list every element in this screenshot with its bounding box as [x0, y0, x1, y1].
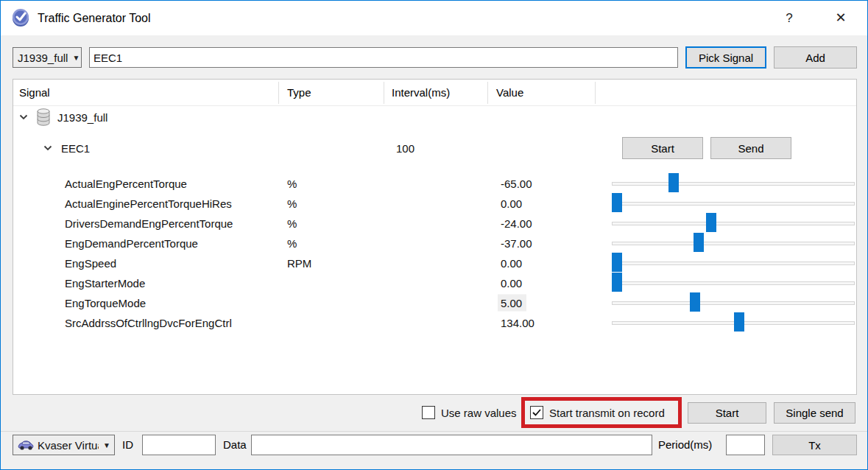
check-icon — [532, 407, 542, 418]
signal-value[interactable]: -65.00 — [501, 177, 532, 189]
signal-slider-handle[interactable] — [612, 193, 622, 212]
device-combo-value: Kvaser Virtua — [38, 439, 99, 452]
message-name: EEC1 — [61, 142, 90, 155]
caret-down-icon: ▼ — [99, 441, 110, 449]
tree-row-database[interactable]: J1939_full — [13, 105, 856, 130]
signal-slider-track[interactable] — [612, 281, 855, 285]
id-input[interactable] — [142, 435, 216, 455]
column-separator — [595, 82, 596, 104]
signal-value[interactable]: 5.00 — [498, 294, 526, 311]
use-raw-values-checkbox[interactable] — [422, 406, 435, 419]
message-interval[interactable]: 100 — [396, 142, 414, 155]
caret-down-icon: ▼ — [68, 54, 80, 62]
column-separator — [278, 82, 279, 104]
signal-slider-handle[interactable] — [668, 173, 679, 192]
signal-table: Signal Type Interval(ms) Value J1939_ful… — [13, 79, 857, 395]
database-combo[interactable]: J1939_full ▼ — [13, 47, 82, 68]
signal-name: SrcAddrssOfCtrllngDvcForEngCtrl — [65, 316, 232, 329]
column-separator — [487, 82, 488, 104]
chevron-down-icon[interactable] — [43, 143, 53, 153]
signal-slider-track[interactable] — [612, 202, 855, 206]
signal-name: ActualEnginePercentTorqueHiRes — [65, 197, 232, 209]
column-separator — [384, 82, 384, 104]
signal-slider-handle[interactable] — [694, 233, 704, 252]
message-start-button[interactable]: Start — [622, 137, 703, 159]
signal-slider-track[interactable] — [612, 262, 855, 265]
signal-name: EngSpeed — [65, 256, 116, 269]
start-transmit-button[interactable]: Start — [688, 402, 766, 424]
signal-slider-handle[interactable] — [690, 292, 700, 312]
tree-row-message[interactable]: EEC1 100 Start Send — [13, 133, 856, 164]
traffic-generator-window: Traffic Generator Tool ? ✕ J1939_full ▼ … — [0, 0, 868, 470]
signal-slider-track[interactable] — [612, 222, 855, 225]
data-input[interactable] — [251, 435, 652, 455]
database-name: J1939_full — [57, 111, 107, 124]
column-header-interval[interactable]: Interval(ms) — [392, 80, 450, 106]
signal-row[interactable]: EngStarterMode0.00 — [13, 273, 856, 292]
tx-button[interactable]: Tx — [772, 435, 857, 455]
add-button[interactable]: Add — [774, 46, 857, 69]
start-transmit-on-record-label: Start transmit on record — [549, 407, 665, 419]
signal-slider-handle[interactable] — [706, 213, 716, 232]
device-combo[interactable]: Kvaser Virtua ▼ — [13, 435, 115, 455]
signal-slider-track[interactable] — [612, 242, 855, 245]
signal-row[interactable]: DriversDemandEngPercentTorque%-24.00 — [13, 213, 856, 233]
signal-row[interactable]: SrcAddrssOfCtrllngDvcForEngCtrl134.00 — [13, 312, 856, 332]
car-icon — [17, 439, 35, 451]
column-header-signal[interactable]: Signal — [19, 80, 50, 106]
signal-name: EngTorqueMode — [65, 296, 146, 309]
app-icon — [10, 7, 31, 28]
signal-value[interactable]: -24.00 — [501, 217, 532, 229]
signal-slider-track[interactable] — [612, 301, 855, 305]
database-combo-value: J1939_full — [18, 52, 68, 64]
signal-slider-handle[interactable] — [612, 273, 622, 292]
signal-value[interactable]: 0.00 — [501, 197, 522, 209]
message-send-button[interactable]: Send — [710, 137, 791, 159]
signal-value[interactable]: 0.00 — [501, 276, 522, 289]
separator — [1, 431, 868, 432]
annotation-highlight-box: Start transmit on record — [521, 397, 682, 428]
help-button[interactable]: ? — [768, 1, 811, 35]
period-label: Period(ms) — [658, 435, 712, 455]
signal-slider-track[interactable] — [612, 182, 855, 186]
single-send-button[interactable]: Single send — [774, 402, 855, 424]
close-button[interactable]: ✕ — [819, 1, 862, 35]
signal-name: EngStarterMode — [65, 276, 145, 289]
data-label: Data — [223, 435, 247, 455]
chevron-down-icon[interactable] — [18, 112, 29, 122]
signal-slider-handle[interactable] — [734, 312, 744, 332]
column-header-value[interactable]: Value — [496, 80, 523, 106]
signal-type: % — [287, 177, 297, 189]
signal-row[interactable]: ActualEngPercentTorque%-65.00 — [13, 173, 856, 193]
signal-slider-handle[interactable] — [612, 253, 622, 272]
signal-type: % — [287, 236, 297, 249]
signal-type: % — [287, 217, 297, 229]
signal-value[interactable]: -37.00 — [501, 236, 532, 249]
signal-row[interactable]: EngTorqueMode5.00 — [13, 292, 856, 312]
window-title: Traffic Generator Tool — [38, 1, 151, 35]
signal-name: ActualEngPercentTorque — [65, 177, 187, 189]
signal-name: DriversDemandEngPercentTorque — [65, 217, 233, 229]
signal-name: EngDemandPercentTorque — [65, 236, 198, 249]
use-raw-values-label: Use raw values — [441, 407, 517, 419]
signal-search-input[interactable]: EEC1 — [89, 47, 678, 68]
column-header-type[interactable]: Type — [287, 80, 311, 106]
signal-type: % — [287, 197, 297, 209]
signal-value[interactable]: 0.00 — [501, 256, 522, 269]
title-bar: Traffic Generator Tool ? ✕ — [1, 1, 867, 35]
signal-slider-track[interactable] — [612, 321, 855, 325]
signal-row[interactable]: ActualEnginePercentTorqueHiRes%0.00 — [13, 193, 856, 213]
database-icon — [35, 108, 52, 126]
signal-value[interactable]: 134.00 — [501, 316, 534, 329]
period-input[interactable] — [726, 435, 765, 455]
signal-row[interactable]: EngDemandPercentTorque%-37.00 — [13, 233, 856, 253]
signal-row[interactable]: EngSpeedRPM0.00 — [13, 253, 856, 273]
signal-type: RPM — [287, 256, 311, 269]
start-transmit-on-record-checkbox[interactable] — [530, 406, 543, 419]
pick-signal-button[interactable]: Pick Signal — [685, 46, 766, 69]
table-header: Signal Type Interval(ms) Value — [13, 80, 856, 106]
id-label: ID — [122, 435, 133, 455]
